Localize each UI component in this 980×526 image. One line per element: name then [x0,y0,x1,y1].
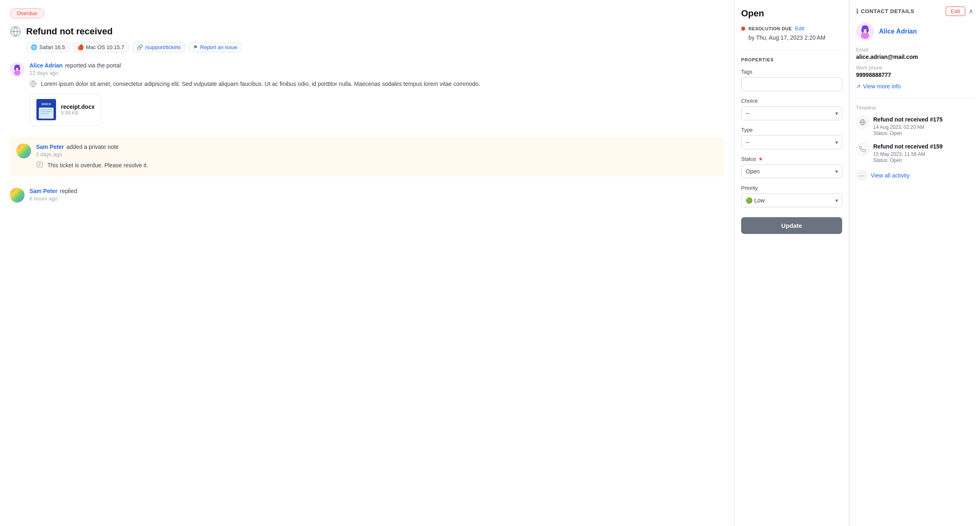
avatar-sam-note [16,144,31,158]
resolution-edit-link[interactable]: Edit [795,25,804,31]
priority-select[interactable]: 🟢 Low 🟡 Medium 🔴 High [741,193,842,207]
type-label: Type [741,127,842,133]
collapse-contact-button[interactable]: ∧ [969,7,973,15]
avatar-sam-reply [10,188,25,202]
red-dot-icon [741,27,745,31]
avatar-alice [10,62,25,77]
timeline-icon-globe [856,116,869,129]
priority-select-wrapper: 🟢 Low 🟡 Medium 🔴 High [741,193,842,207]
properties-title: PROPERTIES [741,57,842,62]
alice-activity-content: Alice Adrian reported via the portal 22 … [29,62,724,126]
timeline-divider [856,98,973,98]
update-button[interactable]: Update [741,217,842,234]
status-select[interactable]: Open Resolved Closed [741,164,842,178]
browser-icon: 🌐 [31,44,37,50]
alice-body: Lorem ipsum dolor sit amet, consectetur … [41,79,480,88]
view-all-activity-link[interactable]: ··· View all activity [856,170,973,181]
overdue-badge: Overdue [10,8,44,18]
ticket-title-row: Refund not received [10,26,724,37]
contact-email: alice.adrian@mail.com [856,54,973,60]
type-select[interactable]: -- [741,135,842,149]
contact-profile: Alice Adrian [856,22,973,40]
work-phone-label: Work phone [856,65,973,71]
svg-point-6 [18,67,20,71]
timeline-date-1: 15 May 2023, 11:56 AM [873,151,973,157]
file-name: receipt.docx [61,103,94,110]
type-field: Type -- [741,127,842,149]
contact-details-header: ℹ CONTACT DETAILS Edit ∧ [856,7,973,16]
view-more-info-link[interactable]: ↗ View more info [856,83,973,90]
file-info: receipt.docx 8.99 KB [61,103,94,116]
sam-reply-time: 6 hours ago [29,196,724,202]
type-select-wrapper: -- [741,135,842,149]
choice-field: Choice -- [741,98,842,120]
timeline-content-0: Refund not received #175 14 Aug 2023, 02… [873,116,973,136]
edit-contact-button[interactable]: Edit [946,7,965,16]
choice-select-wrapper: -- [741,106,842,120]
status-field: Status ★ Open Resolved Closed [741,156,842,178]
timeline-status-1: Status: Open [873,157,973,163]
timeline-title: Timeline [856,105,973,111]
timeline-content-1: Refund not received #159 15 May 2023, 11… [873,143,973,163]
meta-browser: 🌐 Safari 16.5 [26,42,70,52]
contact-details-title-row: ℹ CONTACT DETAILS [856,7,915,15]
timeline-ticket-title-0: Refund not received #175 [873,116,973,123]
sam-note-time: 2 days ago [36,151,718,157]
apple-icon: 🍎 [77,44,84,50]
globe-icon [10,26,21,37]
svg-point-2 [14,70,20,76]
meta-url[interactable]: 🔗 /support/tickets [132,42,185,52]
middle-panel: Open RESOLUTION DUE Edit by Thu, Aug 17,… [735,0,849,526]
timeline-status-0: Status: Open [873,130,973,136]
tags-field: Tags [741,69,842,91]
resolution-due-row: RESOLUTION DUE Edit [741,25,842,31]
alice-author: Alice Adrian [29,62,63,69]
alice-activity-header: Alice Adrian reported via the portal [29,62,724,69]
file-icon-docx: DOCX [36,99,56,120]
svg-point-13 [861,28,864,33]
tags-input[interactable] [741,77,842,91]
file-attachment[interactable]: DOCX receipt.docx 8.99 KB [29,94,101,126]
meta-os: 🍎 Mac OS 10.15.7 [73,42,129,52]
sam-note-action: added a private note [66,144,119,150]
resolution-date: by Thu, Aug 17, 2023 2:20 AM [741,34,842,42]
note-content: Sam Peter added a private note 2 days ag… [36,144,718,170]
activity-item-sam-reply: Sam Peter replied 6 hours ago [10,188,724,205]
info-icon: ℹ [856,7,859,15]
sam-reply-action: replied [60,188,77,194]
ticket-meta-tags: 🌐 Safari 16.5 🍎 Mac OS 10.15.7 🔗 /suppor… [26,42,724,52]
file-size: 8.99 KB [61,110,94,116]
meta-report[interactable]: ⚑ Report an issue [189,42,242,52]
ticket-title: Refund not received [26,26,112,37]
sam-reply-author: Sam Peter [29,188,57,194]
note-icon [36,161,43,169]
choice-select[interactable]: -- [741,106,842,120]
svg-point-5 [14,67,16,71]
contact-avatar [856,22,874,40]
sam-note-header: Sam Peter added a private note [36,144,718,150]
contact-name: Alice Adrian [879,28,917,35]
timeline-item-1: Refund not received #159 15 May 2023, 11… [856,143,973,163]
priority-field: Priority 🟢 Low 🟡 Medium 🔴 High [741,185,842,207]
contact-work-phone: 99998888777 [856,72,973,78]
private-note-item: Sam Peter added a private note 2 days ag… [10,137,724,176]
resolution-label: RESOLUTION DUE [748,26,792,31]
right-panel-contact: ℹ CONTACT DETAILS Edit ∧ Alice Adrian Em… [849,0,980,526]
svg-point-10 [861,32,869,39]
svg-point-14 [866,28,869,33]
timeline-icon-phone [856,143,869,156]
three-dots-icon: ··· [856,170,868,181]
ticket-status-header: Open [741,8,842,19]
alice-time: 22 days ago [29,70,724,76]
email-label: Email [856,47,973,53]
contact-header-actions: Edit ∧ [946,7,973,16]
sam-note-author: Sam Peter [36,144,64,150]
ticket-main-panel: Overdue Refund not received 🌐 Safari 16.… [0,0,735,526]
status-label: Status ★ [741,156,842,162]
status-required-mark: ★ [757,156,764,162]
timeline-section: Timeline Refund not received #175 14 Aug… [856,105,973,181]
link-icon: 🔗 [137,44,143,50]
flag-icon: ⚑ [193,44,198,50]
tags-label: Tags [741,69,842,75]
sam-reply-header: Sam Peter replied [29,188,724,194]
